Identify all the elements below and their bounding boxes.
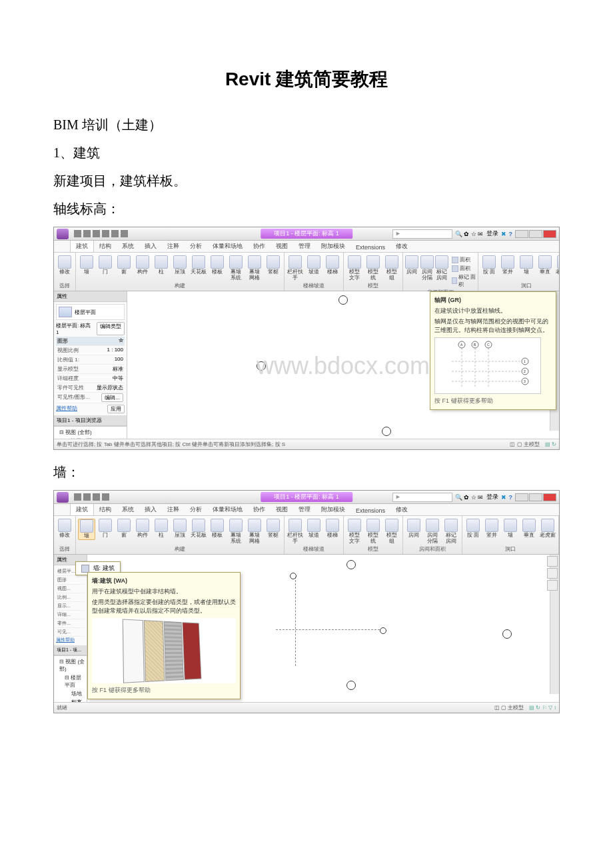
- tab-architecture[interactable]: 建筑: [70, 240, 94, 252]
- minimize-button[interactable]: [515, 230, 528, 238]
- by-face-button[interactable]: 按 面: [480, 255, 498, 275]
- room-sep-button[interactable]: 房间 分隔: [420, 255, 434, 281]
- mullion-button[interactable]: 竖梃: [265, 255, 282, 275]
- tag-area-button[interactable]: 标记 面积: [452, 273, 476, 288]
- app-menu-button[interactable]: [57, 229, 69, 239]
- floor-button[interactable]: 楼板: [209, 255, 226, 275]
- prop-row-display[interactable]: 显示模型标准: [56, 365, 125, 374]
- print-icon[interactable]: [102, 230, 109, 237]
- quick-access-toolbar-2[interactable]: [74, 493, 109, 501]
- instance-selector[interactable]: 楼层平面: 标高 1: [56, 322, 95, 335]
- elevation-marker-west[interactable]: [257, 361, 266, 371]
- undo-icon[interactable]: [83, 230, 91, 237]
- area-button[interactable]: 面积: [452, 256, 476, 263]
- wall-button-2[interactable]: 墙: [78, 519, 95, 540]
- edit-type-button[interactable]: 编辑类型: [97, 322, 125, 335]
- selection-icons-2[interactable]: ▤ ↻ ⚐ ▽ ↕: [529, 705, 556, 711]
- ceiling-button[interactable]: 天花板: [190, 255, 207, 275]
- redo-icon[interactable]: [93, 493, 100, 501]
- tab-addins[interactable]: 附加模块: [316, 241, 350, 252]
- nav-wheel-icon[interactable]: [547, 556, 558, 567]
- help-icon[interactable]: ?: [509, 231, 513, 237]
- column-button[interactable]: 柱: [153, 255, 170, 275]
- grid-bubble-1[interactable]: [380, 627, 386, 634]
- model-line-button[interactable]: 模型 线: [364, 255, 382, 281]
- nav-zoom-icon[interactable]: [547, 580, 558, 591]
- grid-line-v[interactable]: [295, 577, 296, 666]
- tab-structure[interactable]: 结构: [94, 241, 117, 252]
- tab-insert[interactable]: 插入: [139, 241, 162, 252]
- wall-button[interactable]: 墙: [78, 255, 95, 275]
- quick-access-toolbar[interactable]: [74, 230, 128, 237]
- tree-root[interactable]: ⊟ 视图 (全部): [55, 428, 125, 437]
- info-center-icons[interactable]: 🔍 ✿ ☆ ✉: [455, 231, 484, 237]
- measure-icon[interactable]: [111, 230, 119, 237]
- nav-pan-icon[interactable]: [547, 568, 558, 579]
- elevation-marker-north[interactable]: [338, 295, 348, 305]
- roof-button[interactable]: 屋顶: [171, 255, 189, 275]
- elevation-marker-n2[interactable]: [346, 560, 356, 569]
- curtain-grid-button[interactable]: 幕墙 网格: [246, 255, 263, 281]
- project-browser[interactable]: ⊟ 视图 (全部) ⊟ 楼层平面 场地 标高 1 标高 2 ⊞ 天花板平面 ⊞ …: [54, 426, 127, 440]
- tab-manage[interactable]: 管理: [293, 241, 316, 252]
- modify-button-2[interactable]: 修改: [56, 519, 73, 539]
- tab-analyze[interactable]: 分析: [185, 241, 207, 252]
- curtain-system-button[interactable]: 幕墙 系统: [227, 255, 245, 281]
- ramp-button[interactable]: 坡道: [305, 255, 322, 275]
- grid-bubble-a[interactable]: [290, 573, 297, 579]
- tab-collab[interactable]: 协作: [248, 241, 271, 252]
- prop-row-detail[interactable]: 详细程度中等: [56, 374, 125, 383]
- search-input[interactable]: ►: [392, 229, 452, 239]
- stair-button[interactable]: 楼梯: [324, 255, 341, 275]
- modify-button[interactable]: 修改: [56, 255, 73, 275]
- app-menu-button-2[interactable]: [57, 492, 69, 503]
- grid-line-h[interactable]: [276, 629, 380, 630]
- redo-icon[interactable]: [93, 230, 100, 237]
- elevation-marker-south[interactable]: [382, 427, 391, 436]
- shaft-button[interactable]: 竖井: [499, 255, 516, 275]
- print-icon[interactable]: [102, 493, 109, 501]
- nav-bar[interactable]: [547, 556, 558, 591]
- info-center-icons-2[interactable]: 🔍 ✿ ☆ ✉: [455, 494, 484, 501]
- properties-help-link[interactable]: 属性帮助: [56, 405, 77, 413]
- dormer-button[interactable]: 老虎窗: [555, 255, 560, 275]
- room-button[interactable]: 房间: [405, 255, 419, 275]
- area-boundary-button[interactable]: 面积: [452, 265, 476, 272]
- prop-row-parts[interactable]: 零件可见性显示原状态: [56, 383, 125, 393]
- tab-architecture-2[interactable]: 建筑: [70, 503, 94, 515]
- tab-systems[interactable]: 系统: [117, 241, 139, 252]
- exchange-icon-2[interactable]: ✖: [501, 494, 506, 501]
- component-button[interactable]: 构件: [134, 255, 151, 275]
- tab-massing[interactable]: 体量和场地: [207, 241, 248, 252]
- model-text-button[interactable]: 模型 文字: [346, 255, 363, 281]
- undo-icon[interactable]: [83, 493, 91, 501]
- minimize-button-2[interactable]: [515, 493, 528, 501]
- tab-view[interactable]: 视图: [271, 241, 293, 252]
- model-group-button[interactable]: 模型 组: [383, 255, 400, 281]
- elevation-marker-e2[interactable]: [502, 629, 512, 639]
- wall-opening-button[interactable]: 墙: [518, 255, 535, 275]
- filter-dropdown-2[interactable]: ◫ ▢ 主模型: [494, 704, 524, 711]
- maximize-button[interactable]: [529, 230, 542, 238]
- save-icon[interactable]: [74, 493, 81, 501]
- filter-dropdown[interactable]: ◫ ▢ 主模型: [510, 441, 539, 448]
- type-selector[interactable]: 楼层平面: [56, 304, 125, 320]
- save-icon[interactable]: [74, 230, 81, 237]
- help-icon-2[interactable]: ?: [509, 494, 513, 501]
- search-input-2[interactable]: ►: [392, 493, 452, 502]
- sign-in-link-2[interactable]: 登录: [486, 493, 498, 501]
- railing-button[interactable]: 栏杆扶手: [287, 255, 304, 281]
- door-button[interactable]: 门: [97, 255, 114, 275]
- tab-annotate[interactable]: 注释: [162, 241, 185, 252]
- tab-extensions[interactable]: Extensions: [350, 243, 390, 252]
- vertical-button[interactable]: 垂直: [536, 255, 554, 275]
- close-button[interactable]: [543, 230, 556, 238]
- dim-icon[interactable]: [121, 230, 128, 237]
- tab-modify[interactable]: 修改: [390, 241, 413, 252]
- sign-in-link[interactable]: 登录: [486, 229, 498, 238]
- exchange-icon[interactable]: ✖: [501, 231, 506, 237]
- prop-row-scale[interactable]: 视图比例1 : 100: [56, 346, 125, 355]
- window-button[interactable]: 窗: [115, 255, 133, 275]
- close-button-2[interactable]: [543, 493, 556, 501]
- selection-icons[interactable]: ▤ ↻: [545, 441, 556, 447]
